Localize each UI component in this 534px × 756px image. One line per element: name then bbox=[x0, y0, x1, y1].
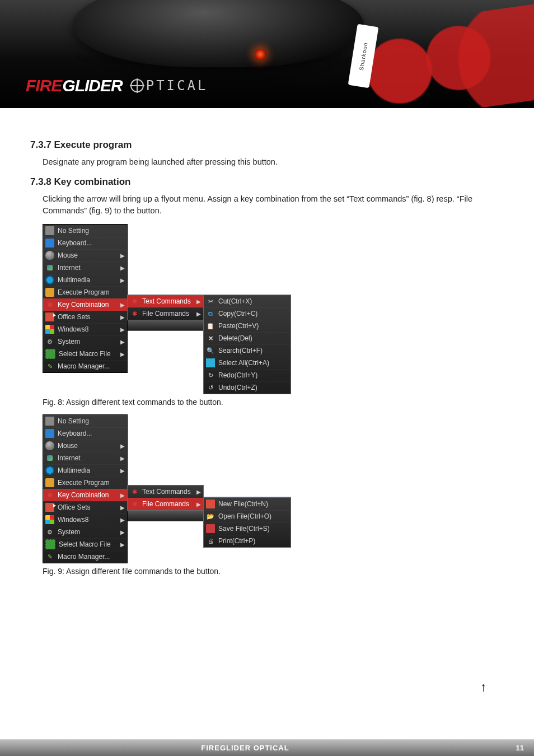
submenu-key-combination[interactable]: ✱Text Commands▶ ✱File Commands▶ bbox=[127, 295, 204, 320]
menu-item-mouse[interactable]: Mouse▶ bbox=[43, 440, 127, 452]
logo-optical: PTICAL bbox=[130, 78, 208, 94]
menu-item-mouse[interactable]: Mouse▶ bbox=[43, 249, 127, 262]
menu-item-key-combination[interactable]: ✱Key Combination▶ bbox=[43, 489, 127, 501]
cmd-select-all[interactable]: Select All(Ctrl+A) bbox=[204, 357, 291, 369]
cmd-open-file[interactable]: 📂Open File(Ctrl+O) bbox=[204, 510, 291, 522]
submenu-key-combination[interactable]: ✱Text Commands▶ ✱File Commands▶ bbox=[127, 485, 204, 511]
no-setting-icon bbox=[45, 417, 54, 426]
cmd-copy[interactable]: ⧉Copy(Ctrl+C) bbox=[204, 307, 291, 320]
cmd-new-file[interactable]: New File(Ctrl+N) bbox=[204, 498, 291, 510]
gear-icon: ⚙ bbox=[45, 337, 54, 346]
menu-item-macro-manager[interactable]: ✎Macro Manager... bbox=[43, 360, 127, 372]
submenu-file-commands[interactable]: New File(Ctrl+N) 📂Open File(Ctrl+O) Save… bbox=[203, 497, 291, 548]
chevron-right-icon: ▶ bbox=[119, 443, 125, 449]
cmd-cut[interactable]: ✂Cut(Ctrl+X) bbox=[204, 295, 291, 307]
gear-icon: ⚙ bbox=[45, 528, 54, 536]
menu-item-select-macro-file[interactable]: Select Macro File▶ bbox=[43, 538, 127, 550]
menu-item-keyboard[interactable]: Keyboard... bbox=[43, 237, 127, 249]
open-file-icon: 📂 bbox=[206, 512, 215, 521]
chevron-right-icon: ▶ bbox=[119, 339, 125, 345]
cmd-save-file[interactable]: Save File(Ctrl+S) bbox=[204, 522, 291, 535]
menu-item-execute-program[interactable]: Execute Program bbox=[43, 286, 127, 298]
menu-item-multimedia[interactable]: Multimedia▶ bbox=[43, 464, 127, 477]
chevron-right-icon: ▶ bbox=[119, 505, 125, 511]
cmd-print[interactable]: 🖨Print(Ctrl+P) bbox=[204, 535, 291, 547]
figure-8-menu: No Setting Keyboard... Mouse▶ Internet▶ … bbox=[43, 224, 300, 394]
menu-item-label: Windows8 bbox=[58, 325, 119, 333]
chevron-right-icon: ▶ bbox=[119, 529, 125, 535]
back-to-top-link[interactable]: ↑ bbox=[480, 680, 486, 694]
menu-item-windows8[interactable]: Windows8▶ bbox=[43, 514, 127, 526]
menu-item-system[interactable]: ⚙System▶ bbox=[43, 526, 127, 538]
internet-icon bbox=[45, 263, 54, 272]
internet-icon bbox=[45, 454, 54, 463]
menu-item-key-combination[interactable]: ✱Key Combination▶ bbox=[43, 298, 127, 311]
submenu-item-text-commands[interactable]: ✱Text Commands▶ bbox=[128, 486, 203, 498]
figure-9-menu: No Setting Keyboard... Mouse▶ Internet▶ … bbox=[43, 414, 300, 563]
footer-page-number: 11 bbox=[490, 744, 534, 752]
cmd-paste[interactable]: 📋Paste(Ctrl+V) bbox=[204, 320, 291, 332]
menu-item-keyboard[interactable]: Keyboard... bbox=[43, 427, 127, 440]
menu-item-label: No Setting bbox=[58, 417, 125, 425]
menu-item-label: Paste(Ctrl+V) bbox=[218, 322, 288, 330]
key-combination-icon: ✱ bbox=[45, 491, 54, 500]
menu-item-macro-manager[interactable]: ✎Macro Manager... bbox=[43, 550, 127, 563]
menu-item-label: Redo(Ctrl+Y) bbox=[218, 371, 288, 379]
menu-item-label: Key Combination bbox=[58, 301, 119, 309]
file-commands-icon: ✱ bbox=[130, 309, 139, 318]
chevron-right-icon: ▶ bbox=[119, 455, 125, 461]
chevron-right-icon: ▶ bbox=[119, 492, 125, 498]
multimedia-icon bbox=[45, 466, 54, 475]
save-file-icon bbox=[206, 524, 215, 533]
menu-item-label: Office Sets bbox=[58, 503, 119, 511]
chevron-right-icon: ▶ bbox=[119, 314, 125, 320]
menu-item-system[interactable]: ⚙System▶ bbox=[43, 335, 127, 348]
mouse-icon bbox=[45, 251, 54, 260]
menu-item-office-sets[interactable]: Office Sets▶ bbox=[43, 501, 127, 514]
context-menu-main[interactable]: No Setting Keyboard... Mouse▶ Internet▶ … bbox=[43, 224, 128, 373]
cmd-delete[interactable]: ✕Delete(Del) bbox=[204, 332, 291, 344]
menu-item-no-setting[interactable]: No Setting bbox=[43, 225, 127, 237]
copy-icon: ⧉ bbox=[206, 309, 215, 318]
windows-icon bbox=[45, 325, 54, 334]
execute-program-icon bbox=[45, 478, 54, 487]
menu-item-windows8[interactable]: Windows8▶ bbox=[43, 323, 127, 335]
menu-item-label: Print(Ctrl+P) bbox=[218, 537, 288, 545]
chevron-right-icon: ▶ bbox=[195, 298, 201, 305]
menu-item-select-macro-file[interactable]: Select Macro File▶ bbox=[43, 348, 127, 360]
product-banner: Sharkoon FIRE GLIDER PTICAL bbox=[0, 0, 534, 108]
logo-optical-text: PTICAL bbox=[146, 78, 208, 94]
mouse-illustration bbox=[73, 0, 364, 67]
macro-file-icon bbox=[45, 349, 55, 359]
cmd-undo[interactable]: ↺Undo(Ctrl+Z) bbox=[204, 381, 291, 394]
multimedia-icon bbox=[45, 276, 54, 284]
chevron-right-icon: ▶ bbox=[119, 468, 125, 474]
cmd-redo[interactable]: ↻Redo(Ctrl+Y) bbox=[204, 369, 291, 381]
menu-item-internet[interactable]: Internet▶ bbox=[43, 452, 127, 464]
sharkoon-badge-label: Sharkoon bbox=[358, 41, 369, 71]
submenu-text-commands[interactable]: ✂Cut(Ctrl+X) ⧉Copy(Ctrl+C) 📋Paste(Ctrl+V… bbox=[203, 295, 291, 394]
execute-program-icon bbox=[45, 288, 54, 297]
menu-item-execute-program[interactable]: Execute Program bbox=[43, 477, 127, 489]
submenu-item-file-commands[interactable]: ✱File Commands▶ bbox=[128, 307, 203, 320]
text-commands-icon: ✱ bbox=[130, 297, 139, 306]
menu-item-label: Select Macro File bbox=[59, 350, 119, 358]
menu-item-internet[interactable]: Internet▶ bbox=[43, 262, 127, 274]
chevron-right-icon: ▶ bbox=[119, 542, 125, 548]
menu-item-office-sets[interactable]: Office Sets▶ bbox=[43, 311, 127, 323]
figure-8-caption: Fig. 8: Assign different text commands t… bbox=[43, 398, 504, 407]
context-menu-main[interactable]: No Setting Keyboard... Mouse▶ Internet▶ … bbox=[43, 414, 128, 563]
product-logo: FIRE GLIDER PTICAL bbox=[26, 76, 208, 95]
submenu-item-text-commands[interactable]: ✱Text Commands▶ bbox=[128, 295, 203, 307]
no-setting-icon bbox=[45, 226, 54, 235]
menu-item-label: Text Commands bbox=[142, 297, 195, 305]
menu-item-label: Mouse bbox=[58, 251, 119, 259]
chevron-right-icon: ▶ bbox=[119, 302, 125, 308]
section-execute-program-title: 7.3.7 Execute program bbox=[30, 139, 504, 151]
menu-item-label: File Commands bbox=[142, 310, 195, 318]
menu-item-multimedia[interactable]: Multimedia▶ bbox=[43, 274, 127, 286]
menu-item-label: Delete(Del) bbox=[218, 334, 288, 342]
submenu-item-file-commands[interactable]: ✱File Commands▶ bbox=[128, 498, 203, 510]
menu-item-no-setting[interactable]: No Setting bbox=[43, 415, 127, 427]
cmd-search[interactable]: 🔍Search(Ctrl+F) bbox=[204, 344, 291, 357]
